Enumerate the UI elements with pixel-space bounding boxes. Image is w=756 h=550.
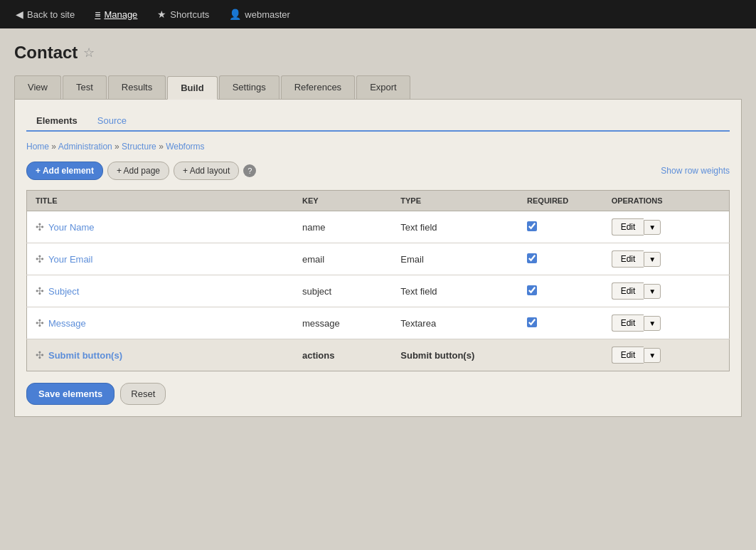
shortcuts-link[interactable]: ★ Shortcuts — [149, 4, 218, 24]
edit-dropdown-button[interactable]: ▼ — [644, 252, 661, 267]
show-row-weights-link[interactable]: Show row weights — [661, 166, 730, 176]
action-bar: + Add element + Add page + Add layout ? … — [26, 162, 730, 180]
add-page-button[interactable]: + Add page — [107, 162, 169, 180]
element-type: Email — [392, 243, 518, 275]
required-checkbox[interactable] — [527, 253, 537, 263]
edit-button-group: Edit▼ — [612, 282, 720, 300]
edit-button-group: Edit▼ — [612, 347, 720, 364]
manage-label: Manage — [104, 9, 137, 20]
edit-button-group: Edit▼ — [612, 218, 720, 236]
col-header-type: TYPE — [392, 191, 518, 211]
webmaster-link[interactable]: 👤 webmaster — [220, 4, 299, 24]
element-title-link[interactable]: Subject — [48, 286, 79, 297]
page-container: Contact ☆ View Test Results Build Settin… — [0, 28, 756, 550]
webmaster-label: webmaster — [245, 9, 290, 20]
bookmark-icon[interactable]: ☆ — [83, 45, 95, 60]
required-checkbox[interactable] — [527, 221, 537, 231]
edit-button[interactable]: Edit — [612, 218, 644, 236]
subtab-source[interactable]: Source — [87, 111, 137, 132]
element-key: name — [294, 211, 392, 243]
col-header-key: KEY — [294, 191, 392, 211]
tab-references[interactable]: References — [281, 75, 355, 99]
tab-export[interactable]: Export — [356, 75, 410, 99]
element-type: Text field — [392, 211, 518, 243]
drag-handle-icon[interactable]: ✣ — [36, 253, 44, 265]
element-operations: Edit▼ — [603, 211, 730, 243]
tab-results[interactable]: Results — [108, 75, 166, 99]
sub-tabs: Elements Source — [26, 111, 730, 132]
reset-button[interactable]: Reset — [120, 383, 166, 405]
element-type: Text field — [392, 275, 518, 307]
element-key: message — [294, 307, 392, 339]
table-row: ✣MessagemessageTextareaEdit▼ — [27, 307, 730, 339]
breadcrumb-sep2: » — [115, 142, 122, 152]
drag-handle-icon[interactable]: ✣ — [36, 317, 44, 329]
edit-button-group: Edit▼ — [612, 314, 720, 332]
tab-build[interactable]: Build — [167, 76, 218, 100]
edit-button[interactable]: Edit — [612, 282, 644, 300]
manage-link[interactable]: ≡ Manage — [86, 4, 146, 24]
edit-dropdown-button[interactable]: ▼ — [644, 316, 661, 331]
element-title-link[interactable]: Submit button(s) — [48, 350, 122, 361]
add-layout-button[interactable]: + Add layout — [174, 162, 239, 180]
element-type: Textarea — [392, 307, 518, 339]
breadcrumb-sep1: » — [51, 142, 58, 152]
drag-handle-icon[interactable]: ✣ — [36, 285, 44, 297]
element-key: subject — [294, 275, 392, 307]
element-title-link[interactable]: Message — [48, 318, 86, 329]
element-key: email — [294, 243, 392, 275]
table-row: ✣Your EmailemailEmailEdit▼ — [27, 243, 730, 275]
manage-icon: ≡ — [95, 9, 100, 20]
main-tabs: View Test Results Build Settings Referen… — [14, 75, 742, 100]
breadcrumb-home[interactable]: Home — [26, 142, 49, 152]
element-required — [518, 211, 603, 243]
edit-dropdown-button[interactable]: ▼ — [644, 284, 661, 299]
subtab-elements[interactable]: Elements — [26, 111, 87, 132]
action-bar-left: + Add element + Add page + Add layout ? — [26, 162, 256, 180]
save-elements-button[interactable]: Save elements — [26, 383, 115, 405]
element-key: actions — [294, 339, 392, 371]
element-title-link[interactable]: Your Name — [48, 222, 95, 233]
element-operations: Edit▼ — [603, 243, 730, 275]
tab-view[interactable]: View — [14, 75, 61, 99]
breadcrumb: Home » Administration » Structure » Webf… — [26, 142, 730, 152]
edit-dropdown-button[interactable]: ▼ — [644, 220, 661, 235]
col-header-required: REQUIRED — [518, 191, 603, 211]
content-area: Elements Source Home » Administration » … — [14, 100, 742, 417]
edit-button[interactable]: Edit — [612, 250, 644, 268]
edit-dropdown-button[interactable]: ▼ — [644, 348, 661, 363]
col-header-title: TITLE — [27, 191, 294, 211]
breadcrumb-administration[interactable]: Administration — [58, 142, 112, 152]
required-checkbox[interactable] — [527, 285, 537, 295]
help-icon[interactable]: ? — [243, 164, 256, 177]
edit-button[interactable]: Edit — [612, 314, 644, 332]
element-operations: Edit▼ — [603, 275, 730, 307]
page-title: Contact — [14, 43, 78, 63]
breadcrumb-webforms[interactable]: Webforms — [166, 142, 204, 152]
edit-button[interactable]: Edit — [612, 347, 644, 364]
element-operations: Edit▼ — [603, 307, 730, 339]
page-title-area: Contact ☆ — [14, 43, 742, 63]
element-type: Submit button(s) — [392, 339, 518, 371]
back-to-site-link[interactable]: ◀ Back to site — [7, 4, 83, 24]
table-row: ✣Your NamenameText fieldEdit▼ — [27, 211, 730, 243]
bottom-actions: Save elements Reset — [26, 383, 730, 405]
star-nav-icon: ★ — [157, 9, 166, 20]
drag-handle-icon[interactable]: ✣ — [36, 349, 44, 361]
element-operations: Edit▼ — [603, 339, 730, 371]
tab-settings[interactable]: Settings — [219, 75, 279, 99]
elements-table: TITLE KEY TYPE REQUIRED OPERATIONS ✣Your… — [26, 190, 730, 371]
breadcrumb-structure[interactable]: Structure — [122, 142, 156, 152]
col-header-operations: OPERATIONS — [603, 191, 730, 211]
table-row: ✣SubjectsubjectText fieldEdit▼ — [27, 275, 730, 307]
shortcuts-label: Shortcuts — [170, 9, 209, 20]
drag-handle-icon[interactable]: ✣ — [36, 221, 44, 233]
add-element-button[interactable]: + Add element — [26, 162, 103, 180]
edit-button-group: Edit▼ — [612, 250, 720, 268]
element-required — [518, 275, 603, 307]
required-checkbox[interactable] — [527, 317, 537, 327]
element-title-link[interactable]: Your Email — [48, 254, 92, 265]
back-icon: ◀ — [16, 9, 23, 20]
breadcrumb-sep3: » — [159, 142, 166, 152]
tab-test[interactable]: Test — [63, 75, 107, 99]
